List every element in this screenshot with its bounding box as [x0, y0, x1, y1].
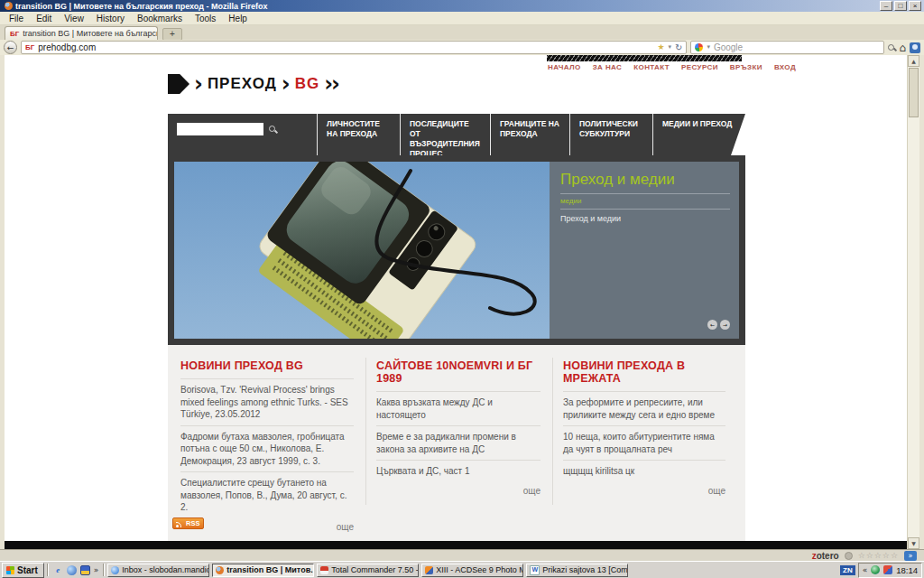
tab-favicon: БГ [10, 30, 19, 38]
column-heading: НОВИНИ ПРЕХОДА В МРЕЖАТА [563, 359, 725, 385]
topnav-hatch-decoration [547, 55, 742, 61]
news-column-network: НОВИНИ ПРЕХОДА В МРЕЖАТА За реформите и … [563, 359, 725, 496]
taskbar-task-acdsee[interactable]: XIII - ACDSee 9 Photo M... [421, 564, 523, 577]
vertical-scrollbar[interactable]: ▲ ▼ [907, 55, 919, 549]
url-bar[interactable]: БГ prehodbg.com ★ ▾ ↻ [21, 41, 687, 54]
rating-stars-icon[interactable]: ☆☆☆☆☆ [858, 551, 899, 560]
news-item-link[interactable]: Borisova, Tzv. 'Revival Process' brings … [180, 378, 354, 425]
scroll-up-icon[interactable]: ▲ [908, 55, 919, 67]
firefox-icon [216, 566, 224, 574]
internet-explorer-icon[interactable]: e [53, 565, 63, 575]
logo-suffix: BG [295, 75, 320, 93]
start-button[interactable]: Start [2, 563, 44, 578]
menu-edit[interactable]: Edit [30, 14, 58, 23]
slider-next-icon[interactable]: → [720, 320, 730, 330]
restore-button[interactable]: □ [894, 1, 907, 11]
topnav-login[interactable]: ВХОД [774, 63, 796, 71]
profile-icon[interactable] [910, 42, 920, 53]
site-search-input[interactable] [177, 123, 263, 135]
hero-category-link[interactable]: медии [560, 194, 730, 210]
mail-icon[interactable] [67, 565, 77, 575]
news-item-link[interactable]: 10 неща, които абитуриентите няма да чуя… [563, 425, 725, 460]
news-item-link[interactable]: За реформите и репресиите, или приликите… [563, 391, 725, 425]
menu-tools[interactable]: Tools [189, 14, 222, 23]
quick-launch: e » [51, 565, 101, 575]
news-item-link[interactable]: Каква връзката между ДС и настоящето [376, 391, 541, 425]
back-button[interactable]: ← [4, 41, 17, 54]
hero-tv-image [174, 162, 550, 339]
topnav-home[interactable]: НАЧАЛО [548, 63, 581, 71]
word-document-icon: W [530, 565, 540, 575]
acdsee-icon [425, 566, 433, 574]
topnav-contact[interactable]: КОНТАКТ [633, 63, 670, 71]
menu-history[interactable]: History [90, 14, 131, 23]
task-label: XIII - ACDSee 9 Photo M... [436, 565, 523, 574]
gear-icon[interactable] [845, 552, 853, 560]
search-engine-dropdown-icon[interactable]: ▾ [707, 44, 710, 51]
overflow-chevron-icon[interactable]: » [94, 565, 99, 574]
search-bar[interactable]: ▾ Google [690, 41, 884, 54]
more-link[interactable]: още [180, 518, 354, 532]
news-item-link[interactable]: Църквата и ДС, част 1 [376, 460, 541, 482]
task-label: Prikazi sajtova 13 [Comp... [542, 565, 628, 574]
news-item-link[interactable]: Време е за радикални промени в закона за… [376, 425, 541, 460]
nav-item-subcultures[interactable]: ПОЛИТИЧЕСКИ СУБКУЛТУРИ [569, 114, 652, 155]
total-commander-icon[interactable] [80, 565, 90, 575]
hero-article-link[interactable]: Преход и медии [560, 210, 730, 223]
topnav-about[interactable]: ЗА НАС [593, 63, 623, 71]
taskbar-task-firefox[interactable]: transition BG | Митов... [212, 564, 314, 577]
site-search-icon[interactable] [269, 126, 277, 134]
nav-item-personalities[interactable]: ЛИЧНОСТИТЕ НА ПРЕХОДА [317, 114, 400, 155]
taskbar-clock[interactable]: 18:14 [896, 565, 918, 575]
more-link[interactable]: още [376, 482, 541, 496]
taskbar: Start e » Inbox - slobodan.mandic... tra… [0, 561, 924, 578]
more-link[interactable]: още [563, 482, 725, 496]
nav-item-revival-process[interactable]: ПОСЛЕДИЦИТЕ ОТ ВЪЗРОДИТЕЛНИЯ ПРОЦЕС [400, 114, 490, 155]
menu-bookmarks[interactable]: Bookmarks [131, 14, 189, 23]
messenger-tray-icon[interactable] [883, 565, 892, 574]
url-dropdown-icon[interactable]: ▾ [668, 44, 671, 51]
nav-item-borders[interactable]: ГРАНИЦИТЕ НА ПРЕХОДА [490, 114, 569, 155]
taskbar-task-inbox[interactable]: Inbox - slobodan.mandic... [107, 564, 209, 577]
chevron-right-icon: › [194, 74, 203, 94]
home-icon[interactable]: ⌂ [899, 42, 906, 53]
network-tray-icon[interactable] [871, 565, 880, 574]
taskbar-task-word[interactable]: W Prikazi sajtova 13 [Comp... [526, 564, 628, 577]
site-logo[interactable]: › ПРЕХОД › BG › › [168, 74, 340, 94]
close-button[interactable]: × [909, 1, 921, 11]
locate-icon[interactable]: » [904, 551, 917, 561]
news-item-link[interactable]: Специалистите срещу бутането на мавзолея… [180, 471, 354, 518]
menu-help[interactable]: Help [222, 14, 254, 23]
taskbar-task-total-commander[interactable]: Total Commander 7.50 - ... [317, 564, 419, 577]
news-item-link[interactable]: щщщщ kirilitsa цк [563, 460, 725, 482]
menu-view[interactable]: View [58, 14, 90, 23]
menu-file[interactable]: File [3, 14, 30, 23]
url-favicon: БГ [25, 43, 34, 51]
navigation-toolbar: ← БГ prehodbg.com ★ ▾ ↻ ▾ Google ⌂ [0, 40, 924, 55]
zotero-button[interactable]: zotero [812, 551, 839, 561]
collapse-chevron-icon[interactable]: « [863, 565, 868, 574]
reload-icon[interactable]: ↻ [675, 43, 682, 52]
page-viewport: НАЧАЛО ЗА НАС КОНТАКТ РЕСУРСИ ВРЪЗКИ ВХО… [0, 55, 924, 549]
tab-transition-bg[interactable]: БГ transition BG | Митовете на български… [5, 26, 158, 40]
chevron-right-icon: › [331, 74, 340, 94]
logo-arrow-icon [168, 74, 189, 94]
start-label: Start [17, 565, 38, 575]
slider-prev-icon[interactable]: ← [707, 320, 717, 330]
search-icon[interactable] [888, 44, 895, 51]
hero-slider: Преход и медии медии Преход и медии ← → [168, 155, 745, 345]
scrollbar-thumb[interactable] [909, 68, 919, 117]
bookmark-star-icon[interactable]: ★ [657, 43, 664, 51]
rss-button[interactable]: RSS [172, 517, 204, 529]
scroll-down-icon[interactable]: ▼ [908, 537, 919, 549]
url-text[interactable]: prehodbg.com [38, 42, 653, 52]
new-tab-button[interactable]: + [162, 28, 182, 41]
language-indicator[interactable]: ZN [840, 565, 855, 575]
minimize-button[interactable]: – [880, 1, 892, 11]
thunderbird-icon [111, 566, 119, 574]
topnav-links[interactable]: ВРЪЗКИ [730, 63, 762, 71]
nav-item-media[interactable]: МЕДИИ И ПРЕХОД [652, 114, 770, 155]
topnav-resources[interactable]: РЕСУРСИ [681, 63, 718, 71]
search-placeholder[interactable]: Google [714, 42, 880, 52]
news-item-link[interactable]: Фадроми бутаха мавзолея, гробницата потъ… [180, 425, 354, 472]
